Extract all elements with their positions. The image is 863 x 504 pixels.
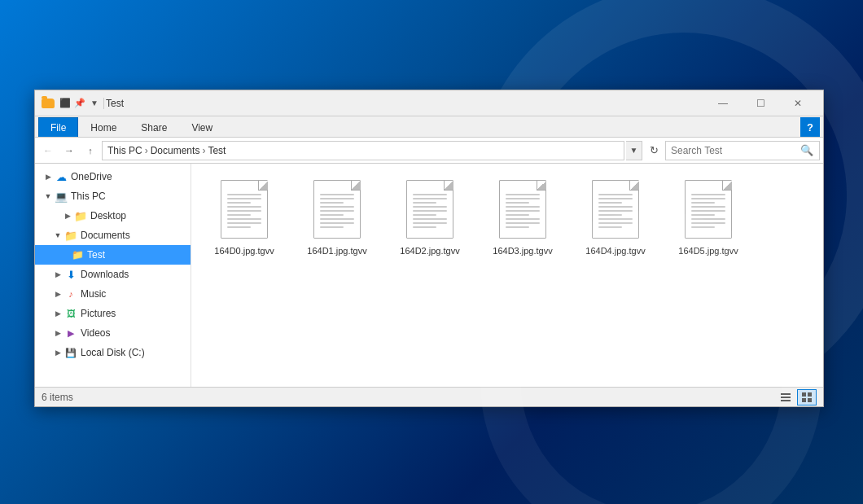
file-item[interactable]: 164D3.jpg.tgvv xyxy=(478,172,567,261)
search-button[interactable]: 🔍 xyxy=(799,143,814,158)
sidebar-item-documents[interactable]: ▼ 📁 Documents xyxy=(35,226,191,245)
expand-icon-onedrive: ▶ xyxy=(42,170,55,183)
doc-line-7 xyxy=(227,222,261,224)
sidebar-item-onedrive[interactable]: ▶ ☁ OneDrive xyxy=(35,167,191,186)
file-item[interactable]: 164D0.jpg.tgvv xyxy=(199,172,289,261)
doc-line-7 xyxy=(413,222,447,224)
doc-line-5 xyxy=(227,214,251,216)
window-title: Test xyxy=(106,98,704,109)
doc-line-5 xyxy=(413,214,436,216)
doc-line-4 xyxy=(506,210,540,212)
doc-lines xyxy=(691,194,725,230)
videos-icon: ▶ xyxy=(64,327,77,340)
path-this-pc: This PC xyxy=(107,145,142,156)
close-button[interactable]: ✕ xyxy=(779,90,817,116)
sidebar-item-desktop[interactable]: ▶ 📁 Desktop xyxy=(35,206,191,226)
doc-line-0 xyxy=(691,194,725,195)
doc-line-8 xyxy=(598,226,622,228)
svg-rect-5 xyxy=(802,398,806,402)
help-button[interactable]: ? xyxy=(800,117,820,137)
sidebar-item-downloads[interactable]: ▶ ⬇ Downloads xyxy=(35,265,191,284)
title-bar: ⬛ 📌 ▼ Test — ☐ ✕ xyxy=(35,90,823,116)
doc-line-3 xyxy=(598,206,633,208)
search-input[interactable] xyxy=(671,145,799,156)
tab-view[interactable]: View xyxy=(179,117,225,137)
doc-line-5 xyxy=(691,214,715,216)
file-name: 164D5.jpg.tgvv xyxy=(678,245,738,256)
doc-line-2 xyxy=(413,202,436,204)
expand-icon-music: ▶ xyxy=(51,287,64,300)
file-item[interactable]: 164D1.jpg.tgvv xyxy=(292,172,382,261)
music-icon: ♪ xyxy=(64,287,77,300)
sidebar-item-music[interactable]: ▶ ♪ Music xyxy=(35,284,191,304)
file-explorer-window: ⬛ 📌 ▼ Test — ☐ ✕ File Home Share View ? … xyxy=(34,90,824,407)
doc-line-0 xyxy=(227,194,261,195)
status-bar: 6 items xyxy=(35,387,823,406)
doc-line-1 xyxy=(598,198,633,199)
file-item[interactable]: 164D5.jpg.tgvv xyxy=(664,172,753,261)
expand-icon-documents: ▼ xyxy=(51,229,64,242)
tab-file[interactable]: File xyxy=(38,117,78,137)
sidebar-item-this-pc[interactable]: ▼ 💻 This PC xyxy=(35,186,191,206)
file-name: 164D4.jpg.tgvv xyxy=(585,245,645,256)
computer-icon: 💻 xyxy=(55,190,68,203)
qa-pin-button[interactable]: 📌 xyxy=(72,96,87,111)
tab-home[interactable]: Home xyxy=(78,117,129,137)
tab-share[interactable]: Share xyxy=(129,117,179,137)
doc-line-2 xyxy=(691,202,715,204)
sidebar-label-onedrive: OneDrive xyxy=(71,171,112,182)
file-icon xyxy=(218,180,270,242)
file-icon xyxy=(404,180,456,242)
sidebar-item-test[interactable]: 📁 Test xyxy=(35,245,191,265)
sidebar-label-downloads: Downloads xyxy=(81,269,129,280)
file-icon xyxy=(682,180,734,242)
file-icon xyxy=(589,180,642,242)
doc-line-8 xyxy=(506,226,529,228)
doc-fold xyxy=(629,181,639,191)
sidebar-label-desktop: Desktop xyxy=(90,210,126,221)
sidebar-item-local-disk[interactable]: ▶ 💾 Local Disk (C:) xyxy=(35,343,191,362)
qa-undo-icon: ⬛ xyxy=(59,98,71,108)
doc-lines xyxy=(320,194,354,230)
doc-line-3 xyxy=(227,206,261,208)
doc-fold xyxy=(258,181,268,191)
address-dropdown[interactable]: ▼ xyxy=(626,141,642,160)
back-button[interactable]: ← xyxy=(38,141,58,160)
up-button[interactable]: ↑ xyxy=(81,141,100,160)
window-icon xyxy=(42,97,55,110)
doc-line-2 xyxy=(598,202,622,204)
doc-line-2 xyxy=(320,202,344,204)
folder-icon-test: 📁 xyxy=(71,248,84,261)
sidebar-item-videos[interactable]: ▶ ▶ Videos xyxy=(35,323,191,343)
doc-line-5 xyxy=(598,214,622,216)
details-view-icon xyxy=(780,392,791,403)
file-item[interactable]: 164D4.jpg.tgvv xyxy=(571,172,660,261)
doc-line-8 xyxy=(691,226,715,228)
address-path[interactable]: This PC › Documents › Test xyxy=(102,141,624,160)
icons-view-icon xyxy=(801,392,813,403)
expand-icon-downloads: ▶ xyxy=(51,268,64,281)
doc-line-0 xyxy=(598,194,633,195)
sidebar-label-documents: Documents xyxy=(81,230,130,241)
view-details-button[interactable] xyxy=(776,389,795,405)
sidebar-item-pictures[interactable]: ▶ 🖼 Pictures xyxy=(35,304,191,323)
doc-line-1 xyxy=(227,198,261,199)
doc-line-1 xyxy=(506,198,540,199)
maximize-button[interactable]: ☐ xyxy=(742,90,779,116)
forward-button[interactable]: → xyxy=(59,141,79,160)
refresh-button[interactable]: ↻ xyxy=(644,141,664,160)
qa-down-button[interactable]: ▼ xyxy=(87,96,102,111)
doc-page xyxy=(406,180,453,239)
doc-page xyxy=(685,180,732,239)
svg-rect-1 xyxy=(781,397,791,398)
file-item[interactable]: 164D2.jpg.tgvv xyxy=(385,172,475,261)
minimize-button[interactable]: — xyxy=(704,90,742,116)
doc-fold xyxy=(444,181,453,191)
view-icons-button[interactable] xyxy=(797,389,817,405)
expand-icon-disk: ▶ xyxy=(51,346,64,359)
doc-page xyxy=(499,180,546,239)
doc-line-6 xyxy=(691,218,725,220)
doc-line-7 xyxy=(598,222,633,224)
sidebar-label-videos: Videos xyxy=(81,327,110,339)
sidebar-label-music: Music xyxy=(81,288,106,300)
